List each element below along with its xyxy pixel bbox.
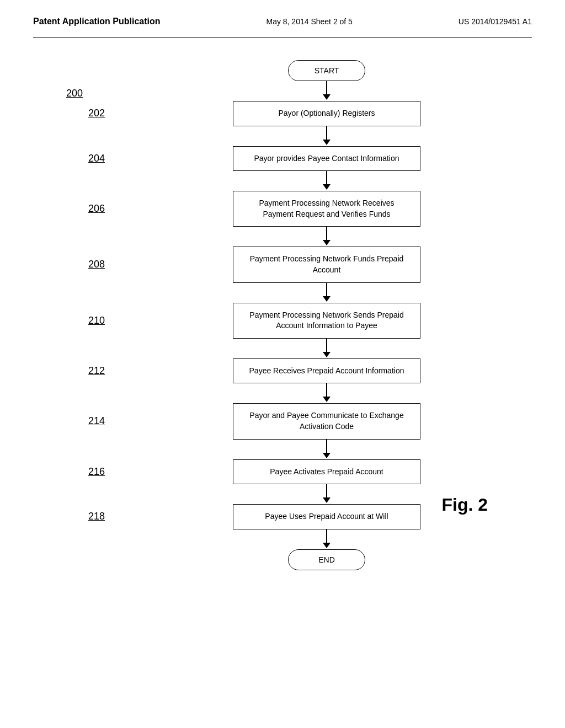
page: Patent Application Publication May 8, 20… [0,0,565,728]
node-210: Payment Processing Network Sends Prepaid… [233,303,420,339]
node-212: Payee Receives Prepaid Account Informati… [233,358,420,384]
arrow-line [326,81,327,94]
arrow-7 [323,440,331,459]
arrow-1 [323,126,331,146]
step-row-218: 218 Payee Uses Prepaid Account at Will [77,504,565,529]
node-204: Payor provides Payee Contact Information [233,146,420,172]
publication-date-sheet: May 8, 2014 Sheet 2 of 5 [266,17,352,26]
start-node: START [288,60,365,81]
ref-214: 214 [88,415,105,427]
ref-202: 202 [88,108,105,119]
arrow-2 [323,171,331,191]
arrow-9 [323,529,331,549]
step-row-216: 216 Payee Activates Prepaid Account [77,459,565,485]
ref-208: 208 [88,259,105,270]
page-header: Patent Application Publication May 8, 20… [33,17,532,38]
ref-218: 218 [88,511,105,522]
step-row-208: 208 Payment Processing Network Funds Pre… [77,247,565,282]
arrow-3 [323,227,331,247]
step-row-210: 210 Payment Processing Network Sends Pre… [77,303,565,339]
arrow-0 [323,81,331,101]
node-218: Payee Uses Prepaid Account at Will [233,504,420,529]
ref-204: 204 [88,153,105,164]
node-214: Payor and Payee Communicate to Exchange … [233,403,420,439]
flowchart: START 202 Payor (Optionally) Registers 2… [77,60,565,570]
step-row-206: 206 Payment Processing Network Receives … [77,191,565,227]
step-row-214: 214 Payor and Payee Communicate to Excha… [77,403,565,439]
step-row-212: 212 Payee Receives Prepaid Account Infor… [77,358,565,384]
ref-216: 216 [88,466,105,478]
publication-title: Patent Application Publication [33,17,161,26]
fig-label: Fig. 2 [441,495,488,515]
ref-212: 212 [88,365,105,377]
node-202: Payor (Optionally) Registers [233,101,420,126]
ref-206: 206 [88,203,105,215]
arrow-8 [323,484,331,504]
arrow-4 [323,283,331,303]
node-216: Payee Activates Prepaid Account [233,459,420,485]
arrow-6 [323,383,331,403]
step-row-202: 202 Payor (Optionally) Registers [77,101,565,126]
publication-number: US 2014/0129451 A1 [459,17,532,26]
start-node-row: START [77,60,565,81]
node-208: Payment Processing Network Funds Prepaid… [233,247,420,282]
end-node: END [288,549,365,570]
arrow-5 [323,339,331,358]
node-206: Payment Processing Network Receives Paym… [233,191,420,227]
step-row-204: 204 Payor provides Payee Contact Informa… [77,146,565,172]
ref-200: 200 [66,88,83,99]
end-node-row: END [77,549,565,570]
arrow-head [323,94,331,100]
ref-210: 210 [88,315,105,326]
